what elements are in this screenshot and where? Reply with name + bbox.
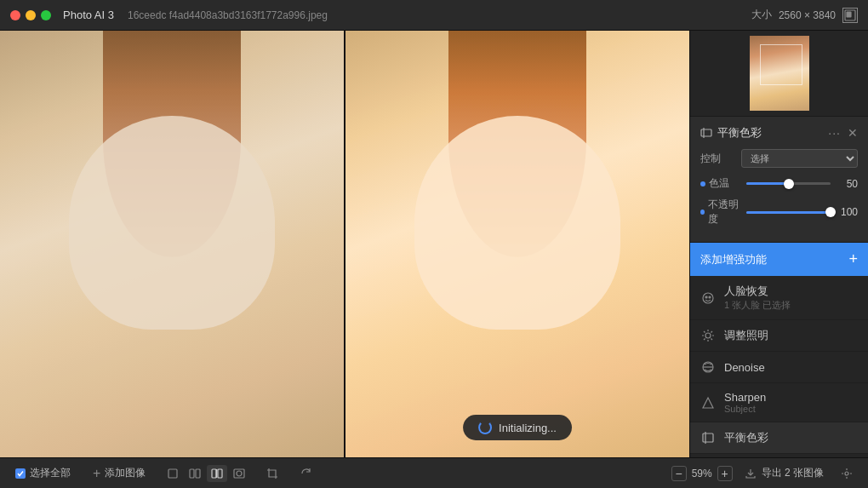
zoom-minus-button[interactable]: −	[671, 466, 687, 481]
zoom-plus-button[interactable]: +	[717, 466, 733, 481]
enhancement-list: 人脸恢复 1 张人脸 已选择	[690, 276, 868, 457]
hue-dot	[700, 181, 705, 187]
hue-slider-fill	[746, 182, 789, 185]
traffic-lights	[10, 10, 51, 20]
control-select[interactable]: 选择	[741, 149, 858, 168]
initializing-label: Initializing...	[499, 422, 557, 434]
panel-title: 平衡色彩	[717, 125, 762, 141]
enhancement-item-lighting[interactable]: 调整照明	[690, 320, 868, 352]
add-image-button[interactable]: + 添加图像	[88, 464, 151, 483]
view-split-button[interactable]	[185, 465, 205, 482]
image-thumbnail	[750, 36, 809, 111]
opacity-slider-track[interactable]	[746, 211, 831, 214]
app-title: Photo AI 3	[63, 9, 114, 21]
svg-point-5	[705, 296, 707, 298]
enhancement-item-sharpen[interactable]: Sharpen Subject	[690, 383, 868, 422]
enhancement-item-denoise[interactable]: Denoise	[690, 352, 868, 383]
right-portrait-bg	[345, 31, 689, 457]
sharpen-sub: Subject	[724, 404, 858, 414]
svg-line-13	[711, 339, 713, 341]
control-row: 控制 选择	[700, 149, 858, 168]
zoom-level: 59%	[692, 468, 712, 479]
face-recovery-title: 人脸恢复	[724, 284, 858, 299]
enhancement-item-face-recovery[interactable]: 人脸恢复 1 张人脸 已选择	[690, 276, 868, 320]
sharpen-icon	[700, 395, 716, 410]
balance-color-icon	[700, 430, 716, 445]
minimize-button[interactable]	[26, 10, 36, 20]
add-enhancement-button[interactable]: 添加增强功能 +	[690, 243, 868, 276]
add-enhancement-label: 添加增强功能	[700, 252, 767, 267]
svg-rect-19	[703, 433, 713, 442]
balance-color-title: 平衡色彩	[724, 430, 858, 445]
svg-marker-18	[703, 398, 713, 408]
initializing-badge: Initializing...	[463, 415, 572, 440]
svg-point-35	[845, 472, 848, 475]
export-label: 导出 2 张图像	[762, 466, 824, 480]
add-enhancement-plus-icon: +	[848, 250, 858, 268]
svg-rect-29	[212, 469, 216, 478]
opacity-slider-fill	[746, 211, 831, 214]
face-recovery-icon	[700, 290, 716, 306]
lighting-text: 调整照明	[724, 328, 858, 343]
svg-rect-1	[847, 12, 851, 17]
panel-more-button[interactable]: ···	[828, 126, 841, 140]
svg-point-6	[709, 296, 711, 298]
view-single-button[interactable]	[163, 465, 183, 482]
svg-line-15	[704, 339, 705, 341]
svg-rect-26	[168, 469, 177, 478]
loading-spinner	[478, 421, 492, 434]
right-image-panel: Initializing...	[345, 31, 689, 457]
close-button[interactable]	[10, 10, 20, 20]
image-divider[interactable]	[344, 31, 345, 457]
opacity-slider-thumb	[825, 207, 836, 217]
control-label: 控制	[700, 152, 741, 166]
enhancement-item-zoom[interactable]: 放大	[690, 454, 868, 457]
svg-rect-30	[218, 469, 222, 478]
lighting-icon	[700, 328, 716, 343]
balance-icon	[700, 127, 712, 139]
svg-line-14	[711, 331, 713, 333]
left-portrait-bg	[0, 31, 344, 457]
opacity-dot	[700, 210, 705, 215]
hue-slider-track[interactable]	[746, 182, 831, 185]
main-layout: Initializing... 平衡色彩	[0, 31, 868, 457]
lighting-title: 调整照明	[724, 328, 858, 343]
select-all-checkbox	[15, 468, 26, 479]
sharpen-title: Sharpen	[724, 391, 858, 404]
opacity-slider-row: 不透明度 100	[700, 198, 858, 227]
svg-point-33	[237, 471, 242, 476]
enhancement-item-balance-color[interactable]: 平衡色彩	[690, 422, 868, 454]
svg-point-4	[703, 293, 713, 303]
thumbnail-inner	[750, 36, 809, 111]
svg-rect-2	[701, 129, 711, 136]
svg-line-12	[704, 331, 705, 333]
dimensions-label: 2560 × 3840	[779, 9, 836, 21]
hue-slider-thumb	[784, 179, 794, 189]
hue-slider-row: 色温 50	[700, 176, 858, 191]
view-compare-button[interactable]	[207, 465, 227, 482]
balance-color-panel: 平衡色彩 ··· ✕ 控制 选择 色温	[690, 117, 868, 243]
bottom-toolbar: 选择全部 + 添加图像	[0, 457, 868, 488]
balance-color-text: 平衡色彩	[724, 430, 858, 445]
export-button[interactable]: 导出 2 张图像	[745, 466, 824, 480]
rotate-button[interactable]	[295, 466, 317, 481]
crop-button[interactable]	[261, 466, 283, 481]
panel-actions: ··· ✕	[828, 126, 858, 140]
image-area: Initializing...	[0, 31, 689, 457]
panel-close-button[interactable]: ✕	[848, 126, 858, 140]
sharpen-text: Sharpen Subject	[724, 391, 858, 414]
face-recovery-sub: 1 张人脸 已选择	[724, 299, 858, 312]
titlebar: Photo AI 3 16ceedc f4ad4408a3bd3163f1772…	[0, 0, 868, 31]
panel-header: 平衡色彩 ··· ✕	[700, 125, 858, 141]
view-toggle-group	[163, 465, 249, 482]
denoise-text: Denoise	[724, 361, 858, 374]
opacity-label: 不透明度	[700, 198, 741, 227]
view-overlay-button[interactable]	[229, 465, 249, 482]
zoom-controls: − 59% +	[671, 466, 733, 481]
denoise-icon	[700, 359, 716, 375]
settings-button[interactable]	[836, 466, 858, 481]
select-all-button[interactable]: 选择全部	[10, 464, 76, 482]
hue-label: 色温	[700, 176, 741, 191]
size-icon	[842, 8, 858, 23]
maximize-button[interactable]	[41, 10, 51, 20]
